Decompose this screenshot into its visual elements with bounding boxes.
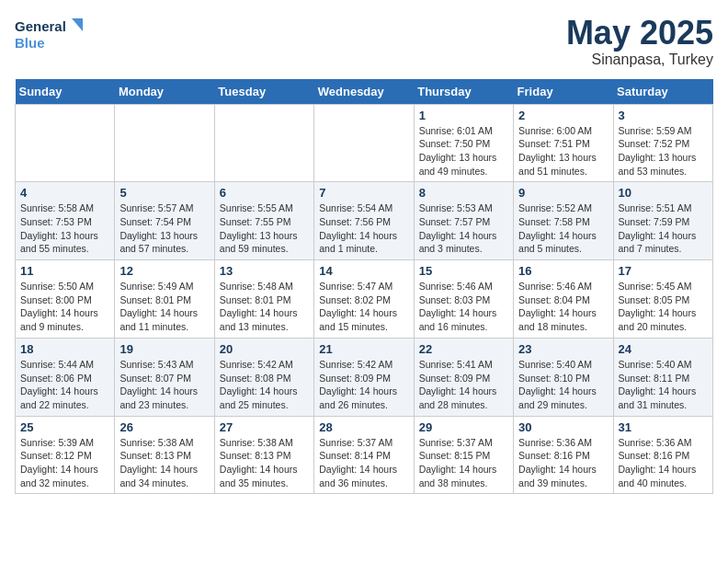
day-detail: Sunrise: 5:48 AM Sunset: 8:01 PM Dayligh… — [220, 280, 309, 334]
day-detail: Sunrise: 5:43 AM Sunset: 8:07 PM Dayligh… — [119, 358, 209, 412]
day-detail: Sunrise: 6:00 AM Sunset: 7:51 PM Dayligh… — [518, 124, 608, 178]
calendar-cell: 3Sunrise: 5:59 AM Sunset: 7:52 PM Daylig… — [613, 104, 712, 182]
day-number: 30 — [518, 420, 608, 434]
day-number: 6 — [220, 186, 309, 200]
calendar-cell: 15Sunrise: 5:46 AM Sunset: 8:03 PM Dayli… — [414, 260, 513, 339]
day-detail: Sunrise: 5:40 AM Sunset: 8:10 PM Dayligh… — [518, 358, 608, 412]
day-number: 3 — [619, 109, 708, 122]
day-detail: Sunrise: 5:54 AM Sunset: 7:56 PM Dayligh… — [319, 201, 408, 256]
day-number: 25 — [20, 420, 109, 434]
calendar-cell: 20Sunrise: 5:42 AM Sunset: 8:08 PM Dayli… — [214, 338, 313, 416]
day-detail: Sunrise: 5:46 AM Sunset: 8:03 PM Dayligh… — [419, 280, 508, 334]
calendar-cell — [314, 104, 414, 182]
day-detail: Sunrise: 5:49 AM Sunset: 8:01 PM Dayligh… — [119, 280, 209, 334]
calendar-cell: 11Sunrise: 5:50 AM Sunset: 8:00 PM Dayli… — [16, 260, 115, 339]
day-detail: Sunrise: 5:50 AM Sunset: 8:00 PM Dayligh… — [20, 280, 109, 334]
calendar-cell: 9Sunrise: 5:52 AM Sunset: 7:58 PM Daylig… — [514, 182, 613, 260]
calendar-cell: 28Sunrise: 5:37 AM Sunset: 8:14 PM Dayli… — [314, 416, 414, 494]
day-number: 18 — [20, 342, 109, 356]
weekday-header: Saturday — [613, 79, 712, 105]
day-number: 24 — [619, 342, 708, 356]
svg-text:General: General — [15, 18, 66, 34]
calendar-cell: 1Sunrise: 6:01 AM Sunset: 7:50 PM Daylig… — [414, 104, 513, 182]
day-detail: Sunrise: 5:47 AM Sunset: 8:02 PM Dayligh… — [319, 280, 408, 334]
day-detail: Sunrise: 5:45 AM Sunset: 8:05 PM Dayligh… — [619, 280, 708, 334]
day-detail: Sunrise: 5:37 AM Sunset: 8:14 PM Dayligh… — [319, 436, 408, 490]
calendar-cell: 10Sunrise: 5:51 AM Sunset: 7:59 PM Dayli… — [613, 182, 712, 260]
weekday-header: Sunday — [16, 79, 115, 105]
logo-svg: General Blue — [15, 15, 88, 55]
calendar-cell: 13Sunrise: 5:48 AM Sunset: 8:01 PM Dayli… — [214, 260, 313, 339]
calendar-cell: 7Sunrise: 5:54 AM Sunset: 7:56 PM Daylig… — [314, 182, 414, 260]
day-detail: Sunrise: 5:42 AM Sunset: 8:08 PM Dayligh… — [220, 358, 309, 412]
weekday-header: Wednesday — [314, 79, 414, 105]
day-number: 17 — [619, 264, 708, 278]
calendar-cell — [115, 104, 214, 182]
calendar-cell: 5Sunrise: 5:57 AM Sunset: 7:54 PM Daylig… — [115, 182, 214, 260]
day-number: 20 — [220, 342, 309, 356]
weekday-header: Tuesday — [214, 79, 313, 105]
calendar-cell: 25Sunrise: 5:39 AM Sunset: 8:12 PM Dayli… — [16, 416, 115, 494]
day-number: 27 — [220, 420, 309, 434]
calendar-cell: 30Sunrise: 5:36 AM Sunset: 8:16 PM Dayli… — [514, 416, 613, 494]
day-detail: Sunrise: 5:59 AM Sunset: 7:52 PM Dayligh… — [619, 124, 708, 178]
calendar-table: SundayMondayTuesdayWednesdayThursdayFrid… — [15, 79, 713, 495]
day-detail: Sunrise: 5:55 AM Sunset: 7:55 PM Dayligh… — [220, 201, 309, 256]
day-detail: Sunrise: 5:57 AM Sunset: 7:54 PM Dayligh… — [119, 201, 209, 256]
calendar-cell: 29Sunrise: 5:37 AM Sunset: 8:15 PM Dayli… — [414, 416, 513, 494]
calendar-cell — [16, 104, 115, 182]
calendar-cell: 27Sunrise: 5:38 AM Sunset: 8:13 PM Dayli… — [214, 416, 313, 494]
day-number: 31 — [619, 420, 708, 434]
day-detail: Sunrise: 5:36 AM Sunset: 8:16 PM Dayligh… — [518, 436, 608, 490]
calendar-week-row: 11Sunrise: 5:50 AM Sunset: 8:00 PM Dayli… — [16, 260, 713, 339]
calendar-cell: 23Sunrise: 5:40 AM Sunset: 8:10 PM Dayli… — [514, 338, 613, 416]
calendar-cell: 26Sunrise: 5:38 AM Sunset: 8:13 PM Dayli… — [115, 416, 214, 494]
day-number: 23 — [518, 342, 608, 356]
day-number: 12 — [119, 264, 209, 278]
weekday-header: Thursday — [414, 79, 513, 105]
day-number: 28 — [319, 420, 408, 434]
calendar-week-row: 4Sunrise: 5:58 AM Sunset: 7:53 PM Daylig… — [16, 182, 713, 260]
calendar-cell — [214, 104, 313, 182]
day-number: 2 — [518, 109, 608, 122]
svg-text:Blue: Blue — [15, 35, 45, 51]
svg-marker-2 — [72, 18, 83, 31]
day-detail: Sunrise: 5:46 AM Sunset: 8:04 PM Dayligh… — [518, 280, 608, 334]
day-number: 22 — [419, 342, 508, 356]
day-number: 4 — [20, 186, 109, 200]
day-number: 1 — [419, 109, 508, 122]
day-number: 8 — [419, 186, 508, 200]
day-number: 15 — [419, 264, 508, 278]
day-number: 26 — [119, 420, 209, 434]
month-title: May 2025 — [566, 15, 713, 52]
calendar-cell: 19Sunrise: 5:43 AM Sunset: 8:07 PM Dayli… — [115, 338, 214, 416]
calendar-cell: 21Sunrise: 5:42 AM Sunset: 8:09 PM Dayli… — [314, 338, 414, 416]
day-detail: Sunrise: 5:42 AM Sunset: 8:09 PM Dayligh… — [319, 358, 408, 412]
calendar-cell: 4Sunrise: 5:58 AM Sunset: 7:53 PM Daylig… — [16, 182, 115, 260]
day-number: 9 — [518, 186, 608, 200]
calendar-cell: 12Sunrise: 5:49 AM Sunset: 8:01 PM Dayli… — [115, 260, 214, 339]
header-row: SundayMondayTuesdayWednesdayThursdayFrid… — [16, 79, 713, 105]
day-detail: Sunrise: 5:38 AM Sunset: 8:13 PM Dayligh… — [119, 436, 209, 490]
location: Sinanpasa, Turkey — [566, 52, 713, 68]
calendar-cell: 17Sunrise: 5:45 AM Sunset: 8:05 PM Dayli… — [613, 260, 712, 339]
day-detail: Sunrise: 5:41 AM Sunset: 8:09 PM Dayligh… — [419, 358, 508, 412]
day-detail: Sunrise: 5:51 AM Sunset: 7:59 PM Dayligh… — [619, 201, 708, 256]
day-number: 14 — [319, 264, 408, 278]
day-number: 21 — [319, 342, 408, 356]
calendar-week-row: 18Sunrise: 5:44 AM Sunset: 8:06 PM Dayli… — [16, 338, 713, 416]
calendar-week-row: 1Sunrise: 6:01 AM Sunset: 7:50 PM Daylig… — [16, 104, 713, 182]
weekday-header: Monday — [115, 79, 214, 105]
day-detail: Sunrise: 5:53 AM Sunset: 7:57 PM Dayligh… — [419, 201, 508, 256]
logo: General Blue — [15, 15, 88, 55]
page-header: General Blue May 2025 Sinanpasa, Turkey — [15, 15, 713, 68]
calendar-cell: 14Sunrise: 5:47 AM Sunset: 8:02 PM Dayli… — [314, 260, 414, 339]
calendar-cell: 31Sunrise: 5:36 AM Sunset: 8:16 PM Dayli… — [613, 416, 712, 494]
calendar-cell: 22Sunrise: 5:41 AM Sunset: 8:09 PM Dayli… — [414, 338, 513, 416]
calendar-cell: 6Sunrise: 5:55 AM Sunset: 7:55 PM Daylig… — [214, 182, 313, 260]
calendar-week-row: 25Sunrise: 5:39 AM Sunset: 8:12 PM Dayli… — [16, 416, 713, 494]
day-detail: Sunrise: 5:52 AM Sunset: 7:58 PM Dayligh… — [518, 201, 608, 256]
day-detail: Sunrise: 5:58 AM Sunset: 7:53 PM Dayligh… — [20, 201, 109, 256]
day-number: 7 — [319, 186, 408, 200]
day-number: 11 — [20, 264, 109, 278]
